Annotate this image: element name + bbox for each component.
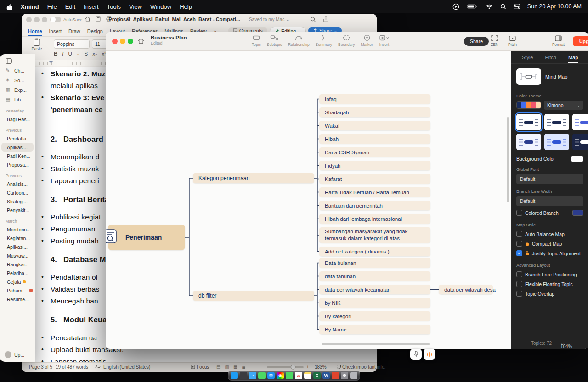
dock-settings[interactable]: ⚙ bbox=[341, 372, 348, 379]
word-count[interactable]: 19 of 487 words bbox=[56, 365, 88, 370]
zoom-slider-knob[interactable] bbox=[291, 365, 296, 370]
subtopic[interactable]: Dana CSR Syariah bbox=[319, 147, 430, 157]
global-font-select[interactable]: Default bbox=[516, 174, 583, 184]
ribbon-tab-design[interactable]: Design bbox=[87, 28, 103, 34]
subtopic[interactable]: by NIK bbox=[319, 298, 430, 308]
subtopic[interactable]: Hibah dari lembaga internasional bbox=[319, 214, 430, 224]
zoom-percentage[interactable]: 183% bbox=[315, 365, 327, 370]
checkbox[interactable] bbox=[516, 281, 522, 287]
document-line[interactable]: •Validasi berbas bbox=[51, 285, 99, 293]
subtopic[interactable]: Bantuan dari pemerintah bbox=[319, 201, 430, 210]
dictation-language-button[interactable] bbox=[424, 349, 435, 360]
dock-notes[interactable] bbox=[304, 372, 311, 379]
checkbox[interactable] bbox=[516, 291, 522, 297]
share-button[interactable]: Share bbox=[464, 37, 489, 46]
dock-launchpad[interactable] bbox=[240, 372, 247, 379]
advanced-layout-option[interactable]: Topic Overlap bbox=[516, 291, 583, 297]
chat-history-item[interactable]: Musyaw... bbox=[1, 251, 34, 260]
sidebar-rail-item[interactable]: ▤Lib... bbox=[0, 95, 35, 104]
document-line[interactable]: 'penerimaan ce bbox=[51, 106, 103, 114]
control-center-icon[interactable] bbox=[514, 4, 520, 9]
subtopic[interactable]: By Name bbox=[319, 325, 430, 334]
language-indicator[interactable]: English (United States) bbox=[103, 365, 150, 370]
format-button-3[interactable]: ⌄ bbox=[77, 52, 80, 56]
subtopic[interactable]: Harta Tidak Bertuan / Harta Temuan bbox=[319, 187, 430, 197]
apple-menu-icon[interactable] bbox=[6, 3, 12, 10]
theme-card-2[interactable] bbox=[572, 114, 588, 130]
sidebar-rail-item[interactable]: ✶So... bbox=[0, 75, 35, 85]
document-line[interactable]: •Pengumuman bbox=[51, 225, 96, 233]
map-style-option[interactable]: Auto Balance Map bbox=[516, 231, 583, 237]
toolbar-relationship-button[interactable]: Relationship bbox=[288, 34, 310, 47]
chat-history-item[interactable]: Bagi Has... bbox=[1, 115, 34, 124]
theme-card-3[interactable] bbox=[516, 134, 541, 150]
advanced-layout-option[interactable]: Branch Free-Positioning bbox=[516, 271, 583, 277]
dock-finder[interactable] bbox=[231, 372, 238, 379]
chat-history-item[interactable]: Rangkai... bbox=[1, 260, 34, 269]
account-item[interactable]: Up... bbox=[5, 351, 24, 358]
horizontal-scrollbar[interactable] bbox=[322, 343, 430, 345]
document-line[interactable]: •Laporan peneri bbox=[51, 177, 99, 185]
now-playing-icon[interactable] bbox=[452, 3, 459, 10]
check-info-notice[interactable]: Check important info. bbox=[337, 365, 386, 370]
ribbon-tab-insert[interactable]: Insert bbox=[49, 28, 62, 34]
wifi-icon[interactable] bbox=[486, 4, 493, 9]
zoom-in-button[interactable]: + bbox=[306, 365, 309, 370]
subtopic[interactable]: By kategori bbox=[319, 311, 430, 321]
subtopic[interactable]: Kafarat bbox=[319, 174, 430, 184]
dock-messages[interactable] bbox=[258, 372, 266, 379]
zoom-slider[interactable] bbox=[267, 366, 304, 368]
branch-topic[interactable]: Kategori penerimaan bbox=[193, 173, 314, 183]
microphone-button[interactable] bbox=[410, 349, 422, 360]
menu-edit[interactable]: Edit bbox=[65, 3, 75, 10]
sidebar-rail-item[interactable]: ▦Exp... bbox=[0, 85, 35, 95]
dock-photos[interactable]: ❀ bbox=[277, 372, 284, 379]
vertical-scrollbar[interactable] bbox=[507, 117, 509, 202]
structure-selector[interactable]: Mind Map bbox=[516, 68, 583, 85]
menu-tools[interactable]: Tools bbox=[107, 3, 121, 10]
document-line[interactable]: •Skenario 3: Eve bbox=[51, 94, 104, 102]
upgrade-button[interactable]: Upgrade bbox=[573, 36, 588, 46]
panel-tab-style[interactable]: Style bbox=[522, 55, 533, 60]
chat-history-item[interactable]: Proposa... bbox=[1, 160, 34, 169]
paste-button[interactable]: Paste bbox=[27, 38, 46, 51]
menu-help[interactable]: Help bbox=[180, 3, 192, 10]
theme-card-1[interactable] bbox=[544, 114, 569, 130]
chat-history-item[interactable]: Aplikasi... bbox=[1, 143, 34, 152]
format-button-0[interactable]: B bbox=[54, 51, 57, 56]
share-icon[interactable] bbox=[323, 16, 329, 22]
colored-branch-option[interactable]: Colored Branch bbox=[516, 210, 583, 216]
ribbon-tab-draw[interactable]: Draw bbox=[68, 28, 80, 34]
chat-history-item[interactable]: Aplikasi... bbox=[1, 242, 34, 251]
dock-safari[interactable]: ◔ bbox=[249, 372, 256, 379]
battery-icon[interactable] bbox=[467, 4, 478, 9]
chat-history-item[interactable]: Paham ... bbox=[1, 286, 34, 295]
subtopic[interactable]: Hibah bbox=[319, 134, 430, 144]
subtopic[interactable]: Shadaqah bbox=[319, 107, 430, 117]
dock-calendar[interactable]: 20 bbox=[295, 372, 302, 379]
theme-select[interactable]: Kimono⌄ bbox=[544, 101, 583, 110]
minimize-button[interactable] bbox=[120, 39, 125, 44]
chat-history-item[interactable]: Cartoon... bbox=[1, 188, 34, 197]
sidebar-rail-item[interactable]: ✎Ch... bbox=[0, 66, 35, 75]
format-button-1[interactable]: I bbox=[62, 51, 63, 56]
focus-toggle[interactable]: Focus bbox=[191, 365, 209, 370]
home-icon[interactable] bbox=[138, 38, 144, 44]
checkbox[interactable] bbox=[516, 231, 522, 237]
search-icon[interactable] bbox=[310, 17, 316, 22]
document-line[interactable]: •Menampilkan d bbox=[51, 153, 99, 161]
document-line[interactable]: •Laporan otomatis bbox=[51, 358, 106, 362]
subtopic[interactable]: Add net kategori ( dinamis ) bbox=[319, 247, 430, 256]
chat-history-item[interactable]: Pendafta... bbox=[1, 134, 34, 143]
close-button[interactable] bbox=[112, 39, 118, 44]
subtopic[interactable]: Fidyah bbox=[319, 161, 430, 170]
subtopic[interactable]: Infaq bbox=[319, 94, 430, 104]
branch-color-swatch[interactable] bbox=[572, 210, 583, 216]
mindmap-canvas[interactable]: PenerimaanKategori penerimaandb filterIn… bbox=[106, 51, 511, 349]
menu-file[interactable]: File bbox=[47, 3, 57, 10]
document-line[interactable]: •Mencegah ban bbox=[51, 297, 98, 305]
menu-view[interactable]: View bbox=[129, 3, 142, 10]
map-style-option[interactable]: Compact Map bbox=[516, 241, 583, 247]
subtopic[interactable]: Wakaf bbox=[319, 121, 430, 130]
subtopic[interactable]: data per wilayah kecamatan bbox=[319, 285, 430, 294]
